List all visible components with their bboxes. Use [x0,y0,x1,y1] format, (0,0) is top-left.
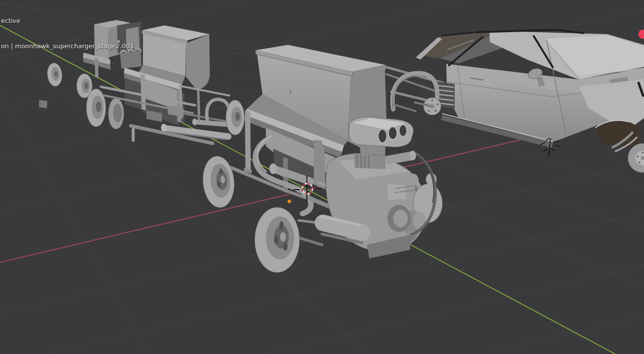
supercharger [349,117,416,169]
kart-wheel [108,98,124,129]
engine-mass [120,51,141,69]
piano-kart-rear-group[interactable] [39,20,244,143]
blender-3d-viewport[interactable]: ective on | moonhawk_supercharger_stage2… [0,0,644,354]
kart-chassis [39,86,229,143]
scoop-opening [399,125,407,137]
grid-line [0,316,644,354]
car-body-shell-object[interactable] [383,30,644,173]
scoop-opening [378,129,387,143]
engine-head [126,27,140,50]
kart-wheel [226,100,244,135]
kart-wheel [86,89,106,127]
muffler-cap [269,163,277,174]
piano-a-knob [118,40,120,43]
snout-cap [409,151,416,160]
blower-snout [385,151,414,165]
object-origin-dot [287,199,291,203]
piano-leg-left [245,110,251,170]
rear-wheel [628,143,644,173]
piano-a-leg [95,58,99,78]
idler-cylinder [408,174,419,187]
bracket-box [387,184,406,200]
piano-b-side-face [186,34,210,91]
scoop-opening [388,127,397,139]
piano-a-front-face [94,24,109,59]
nav-gizmo-axis-dot[interactable] [639,30,644,39]
loose-wheel-object[interactable] [46,62,63,87]
kart-wheel-rear-left [255,207,300,273]
blower-case [354,154,385,169]
grid-line [0,265,644,354]
